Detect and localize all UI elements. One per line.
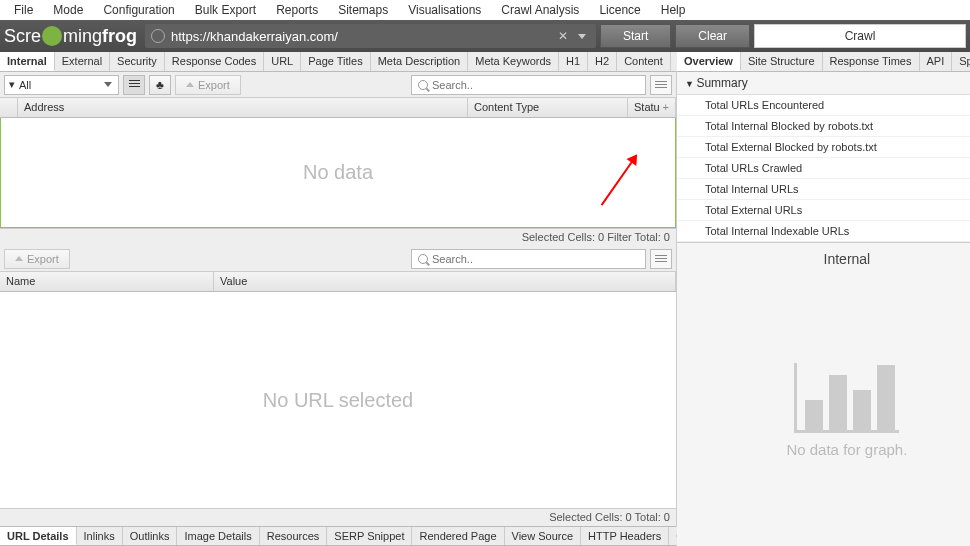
export-button[interactable]: Export	[175, 75, 241, 95]
logo-text: frog	[102, 26, 137, 47]
menu-sitemaps[interactable]: Sitemaps	[328, 1, 398, 19]
menu-mode[interactable]: Mode	[43, 1, 93, 19]
detail-col-value[interactable]: Value	[214, 272, 676, 291]
grid-col-address[interactable]: Address	[18, 98, 468, 117]
btab-rendered-page[interactable]: Rendered Page	[412, 527, 504, 545]
btab-outlinks[interactable]: Outlinks	[123, 527, 178, 545]
chart-placeholder: No data for graph.	[786, 275, 907, 546]
grid-status: Selected Cells: 0 Filter Total: 0	[0, 228, 676, 246]
detail-status: Selected Cells: 0 Total: 0	[0, 508, 676, 526]
tab-h1[interactable]: H1	[559, 52, 588, 71]
tab-content[interactable]: Content	[617, 52, 671, 71]
tab-h2[interactable]: H2	[588, 52, 617, 71]
rtab-spelling-[interactable]: Spelling &	[952, 52, 970, 71]
top-tabs: InternalExternalSecurityResponse CodesUR…	[0, 52, 676, 72]
detail-search-input[interactable]	[432, 253, 639, 265]
grid-col-num[interactable]	[0, 98, 18, 117]
menu-help[interactable]: Help	[651, 1, 696, 19]
tab-meta-keywords[interactable]: Meta Keywords	[468, 52, 559, 71]
rtab-overview[interactable]: Overview	[677, 52, 741, 71]
start-button[interactable]: Start	[600, 24, 671, 48]
detail-export-button[interactable]: Export	[4, 249, 70, 269]
add-column-icon[interactable]: +	[663, 101, 669, 113]
grid-col-status[interactable]: Statu+	[628, 98, 676, 117]
menu-licence[interactable]: Licence	[589, 1, 650, 19]
logo-text: Scre	[4, 26, 41, 47]
summary-header[interactable]: Summary	[677, 72, 970, 95]
export-label: Export	[198, 79, 230, 91]
bottom-tabs: URL DetailsInlinksOutlinksImage DetailsR…	[0, 526, 676, 546]
tab-url[interactable]: URL	[264, 52, 301, 71]
grid-header: Address Content Type Statu+	[0, 98, 676, 118]
search-field[interactable]	[411, 75, 646, 95]
filter-bar: ▾All ♣ Export	[0, 72, 676, 98]
summary-list: Total URLs EncounteredTotal Internal Blo…	[677, 95, 970, 242]
summary-item[interactable]: Total External Blocked by robots.txt	[677, 137, 970, 158]
detail-header: Name Value	[0, 272, 676, 292]
search-icon	[418, 254, 428, 264]
detail-toolbar: Export	[0, 246, 676, 272]
tab-internal[interactable]: Internal	[0, 52, 55, 71]
detail-search-field[interactable]	[411, 249, 646, 269]
app-logo: Scremingfrog	[4, 26, 141, 47]
detail-col-name[interactable]: Name	[0, 272, 214, 291]
chart-empty-text: No data for graph.	[786, 441, 907, 458]
menu-configuration[interactable]: Configuration	[93, 1, 184, 19]
tree-view-button[interactable]: ♣	[149, 75, 171, 95]
summary-item[interactable]: Total External URLs	[677, 200, 970, 221]
options-icon	[655, 255, 667, 263]
detail-body: No URL selected	[0, 292, 676, 508]
menu-bar: FileModeConfigurationBulk ExportReportsS…	[0, 0, 970, 20]
btab-http-headers[interactable]: HTTP Headers	[581, 527, 669, 545]
tab-response-codes[interactable]: Response Codes	[165, 52, 264, 71]
btab-inlinks[interactable]: Inlinks	[77, 527, 123, 545]
menu-bulk-export[interactable]: Bulk Export	[185, 1, 266, 19]
rtab-site-structure[interactable]: Site Structure	[741, 52, 823, 71]
rtab-api[interactable]: API	[920, 52, 953, 71]
search-input[interactable]	[432, 79, 639, 91]
chart-panel: Internal No data for graph.	[677, 242, 970, 546]
btab-url-details[interactable]: URL Details	[0, 527, 77, 545]
export-label: Export	[27, 253, 59, 265]
upload-icon	[15, 256, 23, 261]
url-bar[interactable]: ✕	[145, 24, 596, 48]
url-dropdown-icon[interactable]	[578, 34, 586, 39]
url-input[interactable]	[171, 29, 552, 44]
globe-icon	[151, 29, 165, 43]
filter-select[interactable]: ▾All	[4, 75, 119, 95]
tab-external[interactable]: External	[55, 52, 110, 71]
chart-title: Internal	[816, 243, 879, 275]
menu-file[interactable]: File	[4, 1, 43, 19]
menu-reports[interactable]: Reports	[266, 1, 328, 19]
summary-item[interactable]: Total Internal URLs	[677, 179, 970, 200]
tab-page-titles[interactable]: Page Titles	[301, 52, 370, 71]
menu-crawl-analysis[interactable]: Crawl Analysis	[491, 1, 589, 19]
summary-item[interactable]: Total URLs Crawled	[677, 158, 970, 179]
summary-item[interactable]: Total Internal Indexable URLs	[677, 221, 970, 242]
rtab-response-times[interactable]: Response Times	[823, 52, 920, 71]
menu-visualisations[interactable]: Visualisations	[398, 1, 491, 19]
mode-indicator[interactable]: Crawl	[754, 24, 966, 48]
clear-button[interactable]: Clear	[675, 24, 750, 48]
grid-body: No data	[0, 118, 676, 228]
tab-security[interactable]: Security	[110, 52, 165, 71]
list-view-button[interactable]	[123, 75, 145, 95]
logo-text: ming	[63, 26, 102, 47]
grid-col-contenttype[interactable]: Content Type	[468, 98, 628, 117]
clear-url-icon[interactable]: ✕	[558, 29, 568, 43]
btab-view-source[interactable]: View Source	[505, 527, 582, 545]
list-icon	[129, 80, 140, 89]
right-tabs: OverviewSite StructureResponse TimesAPIS…	[677, 52, 970, 72]
summary-item[interactable]: Total Internal Blocked by robots.txt	[677, 116, 970, 137]
tab-meta-description[interactable]: Meta Description	[371, 52, 469, 71]
detail-options-button[interactable]	[650, 249, 672, 269]
upload-icon	[186, 82, 194, 87]
btab-image-details[interactable]: Image Details	[177, 527, 259, 545]
btab-resources[interactable]: Resources	[260, 527, 328, 545]
bar-chart-icon	[794, 363, 899, 433]
btab-serp-snippet[interactable]: SERP Snippet	[327, 527, 412, 545]
summary-item[interactable]: Total URLs Encountered	[677, 95, 970, 116]
options-button[interactable]	[650, 75, 672, 95]
filter-label: All	[19, 79, 31, 91]
options-icon	[655, 81, 667, 89]
